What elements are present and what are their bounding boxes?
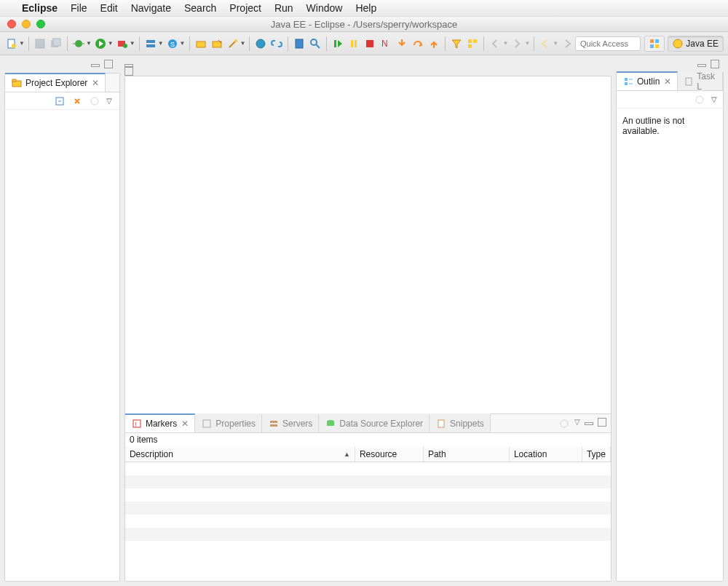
filter-icon[interactable] bbox=[449, 36, 464, 51]
svg-rect-2 bbox=[36, 39, 44, 48]
dse-tab[interactable]: Data Source Explorer bbox=[319, 413, 430, 432]
disconnect-icon[interactable]: N bbox=[379, 36, 393, 51]
stop-icon[interactable] bbox=[363, 36, 377, 51]
menu-file[interactable]: File bbox=[71, 2, 87, 14]
bottom-panel: ! Markers ✕ Properties Servers Data Sour… bbox=[124, 413, 612, 582]
view-menu-icon[interactable]: ▽ bbox=[711, 95, 717, 103]
table-row bbox=[125, 541, 611, 554]
link-with-editor-icon[interactable] bbox=[71, 95, 83, 107]
new-server-dropdown-icon[interactable]: ▼ bbox=[158, 40, 164, 47]
menu-project[interactable]: Project bbox=[229, 2, 261, 14]
table-row bbox=[125, 515, 611, 528]
step-return-icon[interactable] bbox=[427, 36, 441, 51]
back-dropdown-icon[interactable]: ▼ bbox=[553, 40, 558, 47]
menu-app[interactable]: Eclipse bbox=[22, 2, 58, 14]
snippets-icon bbox=[435, 418, 447, 429]
editor-area[interactable] bbox=[124, 76, 612, 425]
run-last-icon[interactable] bbox=[115, 36, 130, 51]
close-icon[interactable]: ✕ bbox=[664, 76, 671, 87]
close-icon[interactable]: ✕ bbox=[181, 419, 189, 429]
new-dropdown-icon[interactable]: ▼ bbox=[19, 40, 25, 47]
task-list-tab[interactable]: Task L bbox=[678, 71, 723, 90]
project-explorer-tab[interactable]: Project Explorer ✕ bbox=[5, 73, 106, 92]
next-annotation-icon[interactable] bbox=[510, 36, 524, 51]
step-into-icon[interactable] bbox=[395, 36, 409, 51]
open-perspective-button[interactable] bbox=[644, 36, 665, 52]
editor-maximize-icon[interactable] bbox=[124, 67, 133, 76]
svg-point-1 bbox=[12, 44, 16, 48]
svg-text:N: N bbox=[381, 39, 388, 49]
back-icon[interactable] bbox=[538, 36, 553, 51]
menu-help[interactable]: Help bbox=[355, 2, 376, 14]
next-dropdown-icon[interactable]: ▼ bbox=[524, 40, 530, 47]
markers-tab[interactable]: ! Markers ✕ bbox=[125, 413, 195, 432]
col-type[interactable]: Type bbox=[582, 446, 611, 462]
wand-icon[interactable] bbox=[226, 36, 240, 51]
outline-title: Outlin bbox=[637, 76, 660, 87]
new-package-icon[interactable] bbox=[194, 36, 208, 51]
resume-icon[interactable] bbox=[331, 36, 345, 51]
perspective-javaee-button[interactable]: Java EE bbox=[668, 36, 724, 52]
run-last-dropdown-icon[interactable]: ▼ bbox=[130, 40, 135, 47]
properties-tab[interactable]: Properties bbox=[195, 413, 262, 432]
pause-icon[interactable] bbox=[347, 36, 361, 51]
quick-access-input[interactable] bbox=[575, 36, 641, 51]
col-location[interactable]: Location bbox=[510, 446, 582, 462]
col-description[interactable]: Description▲ bbox=[125, 446, 355, 462]
open-type-icon[interactable] bbox=[210, 36, 224, 51]
svg-rect-32 bbox=[468, 44, 472, 48]
outline-maximize-icon[interactable] bbox=[711, 60, 719, 68]
organize-icon[interactable] bbox=[465, 36, 480, 51]
prev-dropdown-icon[interactable]: ▼ bbox=[502, 40, 508, 47]
col-resource[interactable]: Resource bbox=[355, 446, 424, 462]
page-icon[interactable] bbox=[292, 36, 306, 51]
menu-navigate[interactable]: Navigate bbox=[131, 2, 171, 14]
menu-window[interactable]: Window bbox=[306, 2, 343, 14]
focus-icon[interactable] bbox=[89, 95, 100, 107]
svg-rect-31 bbox=[473, 39, 477, 43]
prev-annotation-icon[interactable] bbox=[488, 36, 502, 51]
main-toolbar: ▼ ▼ ▼ ▼ ▼ S▼ ▼ N ▼ ▼ ▼ ▼ Java EE bbox=[0, 32, 728, 55]
markers-maximize-icon[interactable] bbox=[598, 418, 606, 427]
debug-dropdown-icon[interactable]: ▼ bbox=[86, 40, 92, 47]
new-icon[interactable] bbox=[4, 36, 19, 51]
globe-icon[interactable] bbox=[253, 36, 268, 51]
table-row bbox=[125, 502, 611, 515]
servers-tab[interactable]: Servers bbox=[262, 413, 319, 432]
svg-rect-36 bbox=[655, 44, 659, 48]
run-dropdown-icon[interactable]: ▼ bbox=[108, 40, 114, 47]
menu-search[interactable]: Search bbox=[184, 2, 216, 14]
menu-edit[interactable]: Edit bbox=[100, 2, 118, 14]
markers-minimize-icon[interactable] bbox=[585, 422, 593, 425]
run-icon[interactable] bbox=[93, 36, 108, 51]
debug-icon[interactable] bbox=[71, 36, 86, 51]
collapse-all-icon[interactable] bbox=[54, 95, 66, 107]
save-all-icon[interactable] bbox=[49, 36, 63, 51]
svg-rect-39 bbox=[12, 79, 16, 82]
menu-run[interactable]: Run bbox=[274, 2, 293, 14]
outline-minimize-icon[interactable] bbox=[697, 64, 706, 67]
svg-point-11 bbox=[123, 44, 127, 48]
link-icon[interactable] bbox=[269, 36, 284, 51]
pe-minimize-icon[interactable] bbox=[91, 64, 100, 67]
pe-maximize-icon[interactable] bbox=[104, 60, 113, 68]
new-server-icon[interactable] bbox=[143, 36, 158, 51]
outline-tab[interactable]: Outlin ✕ bbox=[617, 71, 678, 90]
quick-access[interactable] bbox=[575, 36, 641, 51]
focus-icon[interactable] bbox=[558, 418, 570, 429]
snippets-tab[interactable]: Snippets bbox=[430, 413, 491, 432]
svg-rect-46 bbox=[270, 421, 277, 423]
close-icon[interactable]: ✕ bbox=[92, 78, 99, 88]
view-menu-icon[interactable]: ▽ bbox=[574, 418, 580, 429]
skype-dropdown-icon[interactable]: ▼ bbox=[180, 40, 186, 47]
search-icon[interactable] bbox=[308, 36, 323, 51]
step-over-icon[interactable] bbox=[411, 36, 425, 51]
view-menu-icon[interactable]: ▽ bbox=[106, 97, 112, 105]
focus-icon[interactable] bbox=[694, 94, 705, 106]
skype-icon[interactable]: S bbox=[165, 36, 180, 51]
col-path[interactable]: Path bbox=[424, 446, 510, 462]
save-icon[interactable] bbox=[33, 36, 47, 51]
project-explorer-view: Project Explorer ✕ ▽ bbox=[4, 73, 120, 582]
wand-dropdown-icon[interactable]: ▼ bbox=[240, 40, 246, 47]
forward-icon[interactable] bbox=[560, 36, 574, 51]
